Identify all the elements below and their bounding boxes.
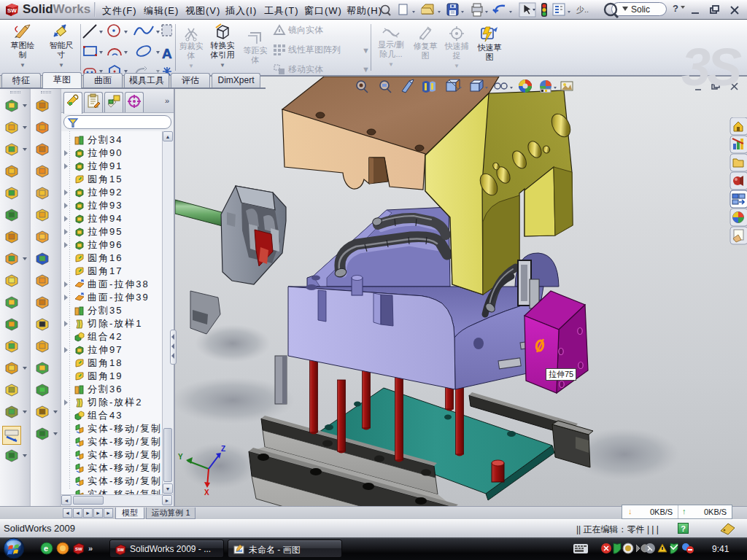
svg-text:SW: SW xyxy=(117,548,125,552)
svg-text:»: » xyxy=(88,544,93,553)
svg-text:SW: SW xyxy=(75,547,82,551)
svg-text:Y: Y xyxy=(178,453,183,461)
svg-text:少..: 少.. xyxy=(576,5,589,14)
svg-text:SW: SW xyxy=(7,7,17,14)
svg-text:Z: Z xyxy=(221,445,225,453)
svg-text:X: X xyxy=(204,489,209,497)
svg-text:A: A xyxy=(162,46,172,61)
svg-text:e: e xyxy=(44,544,48,553)
